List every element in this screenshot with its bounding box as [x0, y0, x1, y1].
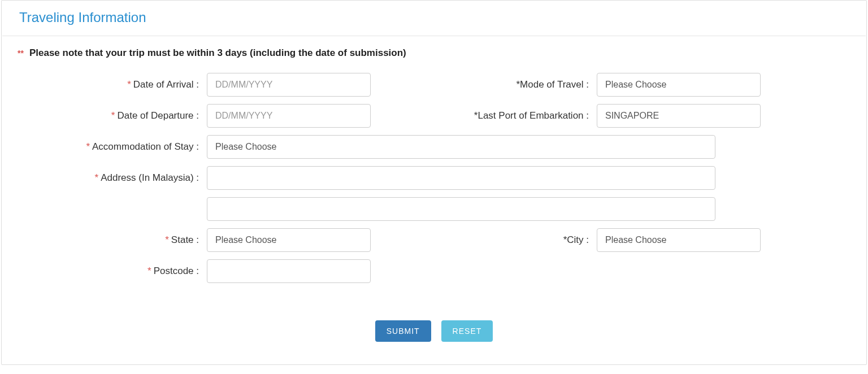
address-line1-input[interactable]: [207, 166, 715, 190]
date-of-departure-input[interactable]: [207, 104, 371, 128]
label-postcode: *Postcode :: [18, 266, 207, 277]
label-mode-of-travel: *Mode of Travel :: [371, 79, 597, 90]
label-date-of-arrival: *Date of Arrival :: [18, 79, 207, 90]
notice-marker: **: [18, 49, 24, 58]
label-accommodation: *Accommodation of Stay :: [18, 141, 207, 153]
label-last-port: *Last Port of Embarkation :: [371, 110, 597, 121]
state-select[interactable]: Please Choose: [207, 228, 371, 252]
notice-row: ** Please note that your trip must be wi…: [2, 36, 866, 64]
date-of-arrival-input[interactable]: [207, 73, 371, 97]
mode-of-travel-select[interactable]: Please Choose: [597, 73, 761, 97]
section-title: Traveling Information: [2, 1, 866, 36]
label-city: *City :: [371, 234, 597, 246]
label-state: *State :: [18, 234, 207, 246]
last-port-select[interactable]: SINGAPORE: [597, 104, 761, 128]
accommodation-select[interactable]: Please Choose: [207, 135, 715, 159]
notice-text: Please note that your trip must be withi…: [29, 47, 406, 59]
label-date-of-departure: *Date of Departure :: [18, 110, 207, 121]
label-address: *Address (In Malaysia) :: [18, 172, 207, 184]
city-select[interactable]: Please Choose: [597, 228, 761, 252]
postcode-input[interactable]: [207, 259, 371, 283]
form-area: *Date of Arrival : *Mode of Travel : Ple…: [2, 64, 866, 286]
traveling-info-panel: Traveling Information ** Please note tha…: [1, 0, 867, 365]
button-row: SUBMIT RESET: [2, 320, 866, 342]
reset-button[interactable]: RESET: [441, 320, 493, 342]
address-line2-input[interactable]: [207, 197, 715, 221]
submit-button[interactable]: SUBMIT: [375, 320, 431, 342]
